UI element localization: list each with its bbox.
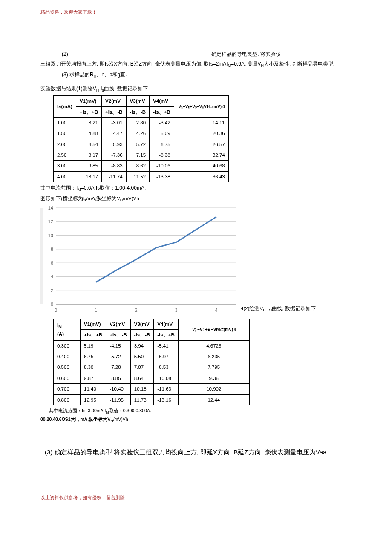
table-cell: -10.40	[106, 384, 130, 394]
th-v1-sub: +Is、+B	[81, 330, 106, 340]
th-v4-sub: -Is、+B	[150, 106, 174, 117]
table-row: 2.508.17-7.367.15-8.3832.74	[54, 150, 229, 161]
th-v4: V4(mV	[150, 96, 174, 106]
chart1-caption-c: /mV)Vh	[123, 196, 139, 201]
svg-text:3: 3	[175, 308, 178, 313]
table-cell: -5.72	[106, 351, 130, 362]
table-cell: -3.01	[102, 117, 126, 128]
conclusion-paragraph: (3) 确定样品的导电类型.将实验仪三组双刀均投向上方, 即延X方向, B延Z方…	[45, 445, 347, 460]
chart2-caption-tail: /mV)Vh	[113, 417, 128, 422]
table-cell: 20.36	[174, 128, 228, 139]
table-cell: 8.64	[130, 373, 154, 383]
table-row: 3.009.85-8.838.62-10.0640.68	[54, 161, 229, 171]
table-cell: -8.83	[102, 161, 126, 171]
svg-text:12: 12	[48, 219, 53, 224]
svg-text:8: 8	[51, 247, 53, 252]
results-tail: 曲线, 数据记录如下	[104, 86, 148, 92]
table-cell: -11.74	[102, 171, 126, 182]
table-cell: 1.00	[54, 117, 76, 128]
table-row: 0.5008.30-7.287.07-8.537.795	[54, 362, 250, 373]
table-row: 4.0013.17-11.7411.52-13.3836.43	[54, 171, 229, 182]
svg-text:0: 0	[51, 302, 53, 307]
table-cell: -5.41	[154, 340, 178, 351]
item-3-tail: 、n、b和g直.	[96, 72, 127, 78]
table-cell: 8.17	[76, 150, 101, 161]
table-cell: 0.500	[54, 362, 81, 373]
table-cell: 32.74	[174, 150, 228, 161]
table-cell: -7.36	[102, 150, 126, 161]
table-cell: 12.95	[81, 394, 106, 405]
table-row: 0.3005.19-4.153.94-5.414.6725	[54, 340, 250, 351]
table-cell: -6.75	[150, 139, 174, 150]
table-cell: 4.00	[54, 171, 76, 182]
th-im: IM (A)	[54, 319, 81, 340]
table2-note-a: 其中电流范围：Is=3.00mA;I	[49, 408, 106, 413]
item-2-text-b: 三组双刀开关均投向上方, 即Is沿X方向, B沿Z方向, 毫伏表测量电压为偏. …	[40, 61, 228, 67]
th-v2-sub: +Is、-B	[106, 330, 130, 340]
table-cell: -13.38	[150, 171, 174, 182]
table-cell: -8.53	[154, 362, 178, 373]
table-vh-im: IM (A) V1(mV) V2(mV V3(mV V4(mV V; –V; +…	[53, 319, 250, 405]
table-cell: -4.15	[106, 340, 130, 351]
table-cell: 5.19	[81, 340, 106, 351]
th-v3-sub: -Is、-B	[126, 106, 150, 117]
table-cell: 0.400	[54, 351, 81, 362]
results-title: 实验数据与结果(1)测绘V	[40, 86, 96, 92]
table-cell: 0.300	[54, 340, 81, 351]
chart1-right-text: 4(2)绘测VH-IM曲线, 数据记录如下	[241, 305, 316, 317]
th-v3: V3(mV	[130, 319, 154, 329]
divider	[40, 82, 352, 82]
svg-text:2: 2	[135, 308, 137, 313]
table-cell: 9.87	[81, 373, 106, 383]
chart-vh-is: 0246810121401234	[40, 204, 241, 314]
th-v2: V2(mV	[106, 319, 130, 329]
svg-text:0: 0	[55, 308, 57, 313]
table-cell: 13.17	[76, 171, 101, 182]
th-vh: V; –V; +¥ –Vi%=(mV)4	[178, 319, 249, 340]
table-row: 0.6009.87-8.858.64-10.089.36	[54, 373, 250, 383]
table-row: 1.504.88-4.474.26-5.0920.36	[54, 128, 229, 139]
table1-note: 其中电流范围：I	[40, 185, 78, 191]
table-cell: 6.54	[76, 139, 101, 150]
table-cell: 10.18	[130, 384, 154, 394]
svg-rect-22	[40, 208, 43, 304]
table-row: 2.006.54-5.935.72-6.7526.57	[54, 139, 229, 150]
table-cell: -6.97	[154, 351, 178, 362]
svg-text:14: 14	[48, 205, 53, 210]
table-cell: 5.50	[130, 351, 154, 362]
th-v4-sub: -Is、+B	[154, 330, 178, 340]
table-row: 0.4006.75-5.725.50-6.976.235	[54, 351, 250, 362]
table-cell: -3.42	[150, 117, 174, 128]
chart1-caption-b: /mA,纵坐标为V	[86, 196, 120, 201]
table-cell: 0.600	[54, 373, 81, 383]
table-row: 0.70011.40-10.4010.18-11.6310.902	[54, 384, 250, 394]
th-v1-sub: +Is、+B	[76, 106, 101, 117]
item-2-text-b2: =0.6A, 测量V	[231, 61, 261, 67]
table-cell: -10.08	[154, 373, 178, 383]
th-v2-sub: +Is、-B	[102, 106, 126, 117]
table-cell: 3.94	[130, 340, 154, 351]
table-cell: -4.47	[102, 128, 126, 139]
table-vh-is: Is(mA) V1(mV) V2(mV V3(mV V4(mV V₁–V₂+V₃…	[53, 95, 229, 182]
table-cell: 1.50	[54, 128, 76, 139]
svg-text:4: 4	[215, 308, 218, 313]
table-cell: 4.6725	[178, 340, 249, 351]
svg-text:4: 4	[51, 274, 53, 279]
table2-note-b: 取值：0.300-0.800A.	[109, 408, 151, 413]
th-v1: V1(mV)	[81, 319, 106, 329]
table-cell: 8.30	[81, 362, 106, 373]
table-cell: -11.63	[154, 384, 178, 394]
table-cell: -10.06	[150, 161, 174, 171]
footer-note: 以上资料仅供参考，如有侵权，留言删除！	[40, 494, 352, 502]
th-v4: V4(mV	[154, 319, 178, 329]
subscript-m: M	[78, 188, 81, 192]
table-cell: 7.07	[130, 362, 154, 373]
table-cell: -5.09	[150, 128, 174, 139]
table-cell: -13.16	[154, 394, 178, 405]
table-cell: 3.21	[76, 117, 101, 128]
table-cell: 9.85	[76, 161, 101, 171]
table-cell: 5.72	[126, 139, 150, 150]
table-cell: 2.50	[54, 150, 76, 161]
item-2-label: (2)	[40, 51, 68, 57]
table-cell: -8.85	[106, 373, 130, 383]
